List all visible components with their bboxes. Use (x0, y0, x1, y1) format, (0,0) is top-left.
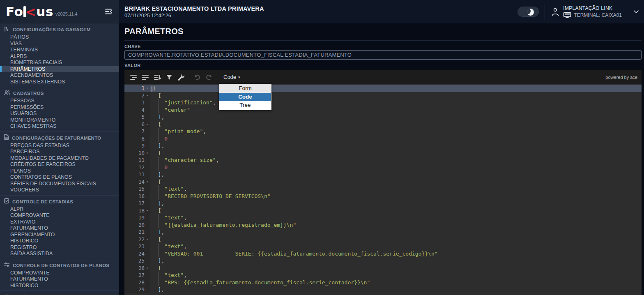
sidebar-collapse-icon[interactable] (104, 8, 113, 15)
line-content: "text", (150, 243, 187, 250)
gutter-cell[interactable]: 14▾ (124, 178, 150, 186)
gutter-cell[interactable]: 7 (124, 128, 150, 135)
gutter-cell[interactable]: 13 (124, 171, 150, 178)
sidebar-item-biometrias-faciais[interactable]: BIOMETRIAS FACIAIS (0, 60, 119, 66)
gutter-cell[interactable]: 2▾ (124, 92, 150, 99)
sidebar-item-patios[interactable]: PÁTIOS (0, 34, 119, 41)
gutter-cell[interactable]: 18▾ (124, 207, 150, 214)
gutter-cell[interactable]: 15 (124, 185, 150, 193)
fold-arrow-icon[interactable]: ▾ (145, 85, 150, 92)
fold-arrow-icon[interactable]: ▾ (145, 207, 150, 214)
gutter-cell[interactable]: 1▾ (124, 85, 150, 92)
sidebar-item-faturamento[interactable]: FATURAMENTO (0, 225, 119, 232)
code-area[interactable]: 1▾[2▾ [3 "justification",4 "center"5 ],6… (124, 84, 642, 295)
sidebar-item-historico[interactable]: HISTÓRICO (0, 283, 119, 289)
gutter-cell[interactable]: 24 (124, 250, 150, 258)
filter-icon[interactable] (164, 72, 174, 82)
number-token: 0 (164, 164, 168, 171)
sidebar-item-vias[interactable]: VIAS (0, 41, 119, 47)
sidebar-item-permissoes[interactable]: PERMISSÕES (0, 104, 119, 111)
format-json-icon[interactable] (129, 72, 138, 82)
topbar-divider (545, 4, 545, 20)
gutter-cell[interactable]: 19 (124, 214, 150, 221)
sidebar-item-contratos-de-planos[interactable]: CONTRATOS DE PLANOS (0, 174, 119, 181)
sidebar-item-vouchers[interactable]: VOUCHERS (0, 187, 119, 194)
gutter-cell[interactable]: 5 (124, 113, 150, 121)
gutter-cell[interactable]: 17 (124, 200, 150, 207)
sidebar-item-alprs[interactable]: ALPRS (0, 53, 119, 60)
fold-arrow-icon[interactable]: ▾ (145, 121, 150, 128)
sidebar-item-comprovante[interactable]: COMPROVANTE (0, 270, 119, 277)
gutter-cell[interactable]: 6▾ (124, 121, 150, 128)
code-line-8: 8 0 (124, 135, 642, 143)
mode-menu-item-code[interactable]: Code (219, 93, 271, 101)
gutter-cell[interactable]: 25 (124, 257, 150, 265)
sidebar-item-pessoas[interactable]: PESSOAS (0, 98, 119, 104)
sidebar-item-saida-assistida[interactable]: SAÍDA ASSISTIDA (0, 251, 119, 257)
fold-arrow-icon[interactable]: ▾ (145, 92, 150, 99)
user-texts: IMPLANTAÇÃO LINK TERMINAL: CAIXA01 (563, 5, 622, 18)
topbar-company-block: BRPARK ESTACIONAMENTO LTDA PRIMAVERA 07/… (124, 5, 264, 18)
fold-arrow-icon[interactable]: ▾ (145, 236, 150, 243)
sidebar-item-comprovante[interactable]: COMPROVANTE (0, 212, 119, 219)
gutter-cell[interactable]: 20 (124, 221, 150, 229)
gutter-cell[interactable]: 9 (124, 142, 150, 150)
sidebar-item-parametros[interactable]: PARÂMETROS (0, 66, 119, 73)
fold-arrow-icon[interactable]: ▾ (145, 150, 150, 157)
gutter-cell[interactable]: 28 (124, 279, 150, 286)
garage-config-icon (4, 26, 10, 34)
gutter-cell[interactable]: 10▾ (124, 150, 150, 157)
sidebar-item-planos[interactable]: PLANOS (0, 168, 119, 175)
gutter-cell[interactable]: 8 (124, 135, 150, 143)
fold-arrow-icon[interactable]: ▾ (145, 265, 150, 272)
code-line-23: 23 "text", (124, 243, 642, 250)
mode-menu-item-tree[interactable]: Tree (219, 101, 271, 110)
sidebar-item-modalidades-de-pagamento[interactable]: MODALIDADES DE PAGAMENTO (0, 155, 119, 162)
line-number: 15 (138, 185, 145, 193)
sort-icon[interactable] (152, 72, 162, 82)
repair-icon[interactable] (176, 72, 186, 82)
sidebar-item-registro[interactable]: REGISTRO (0, 244, 119, 251)
undo-icon[interactable] (192, 72, 202, 82)
chevron-down-icon[interactable] (633, 10, 639, 14)
sidebar-item-alpr[interactable]: ALPR (0, 206, 119, 213)
sidebar-item-creditos-de-parceiros[interactable]: CRÉDITOS DE PARCEIROS (0, 161, 119, 168)
indent-guide (158, 193, 159, 200)
sidebar-item-faturamento[interactable]: FATURAMENTO (0, 276, 119, 283)
dark-mode-toggle[interactable] (518, 7, 539, 17)
sidebar-item-extravio[interactable]: EXTRAVIO (0, 219, 119, 226)
chave-input[interactable] (124, 50, 642, 60)
sidebar-item-terminais[interactable]: TERMINAIS (0, 47, 119, 53)
mode-select[interactable]: Code ▾ (221, 73, 243, 81)
sidebar-item-precos-das-estadias[interactable]: PREÇOS DAS ESTADIAS (0, 143, 119, 149)
gutter-cell[interactable]: 11 (124, 157, 150, 164)
gutter-cell[interactable]: 26▾ (124, 265, 150, 272)
powered-by-ace-link[interactable]: powered by ace (605, 75, 637, 80)
sidebar-item-chaves-mestras[interactable]: CHAVES MESTRAS (0, 123, 119, 130)
gutter-cell[interactable]: 3 (124, 99, 150, 106)
sidebar-item-monitoramento[interactable]: MONITORAMENTO (0, 117, 119, 124)
sidebar-item-historico[interactable]: HISTÓRICO (0, 238, 119, 244)
code-line-4: 4 "center" (124, 106, 642, 114)
sidebar-item-parceiros[interactable]: PARCEIROS (0, 149, 119, 155)
user-cluster: IMPLANTAÇÃO LINK TERMINAL: CAIXA01 (551, 5, 622, 18)
gutter-cell[interactable]: 4 (124, 106, 150, 114)
sidebar-item-series-de-documentos-fiscais[interactable]: SÉRIES DE DOCUMENTOS FISCAIS (0, 181, 119, 187)
mode-menu-item-form[interactable]: Form (219, 84, 271, 93)
sidebar-nav: CONFIGURAÇÕES DA GARAGEMPÁTIOSVIASTERMIN… (0, 23, 119, 295)
fold-arrow-icon[interactable]: ▾ (145, 178, 150, 186)
compact-json-icon[interactable] (140, 72, 150, 82)
gutter-cell[interactable]: 16 (124, 193, 150, 200)
gutter-cell[interactable]: 12 (124, 164, 150, 171)
punct-token: , (184, 186, 187, 192)
gutter-cell[interactable]: 29 (124, 286, 150, 293)
sidebar-item-gerenciamento[interactable]: GERENCIAMENTO (0, 232, 119, 238)
sidebar-item-usuarios[interactable]: USUÁRIOS (0, 111, 119, 117)
redo-icon[interactable] (204, 72, 214, 82)
gutter-cell[interactable]: 23 (124, 243, 150, 250)
gutter-cell[interactable]: 27 (124, 272, 150, 279)
sidebar-item-sistemas-externos[interactable]: SISTEMAS EXTERNOS (0, 79, 119, 85)
gutter-cell[interactable]: 21 (124, 228, 150, 236)
gutter-cell[interactable]: 22▾ (124, 236, 150, 243)
sidebar-item-agendamentos[interactable]: AGENDAMENTOS (0, 72, 119, 79)
